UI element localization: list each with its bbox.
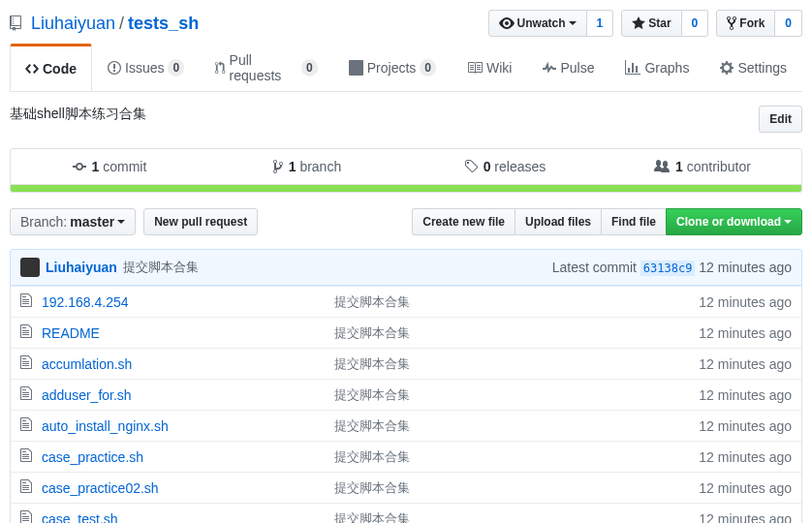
pull-request-icon xyxy=(215,60,225,76)
tab-projects[interactable]: Projects 0 xyxy=(333,45,452,91)
branch-select-button[interactable]: Branch: master xyxy=(10,208,136,235)
file-name-link[interactable]: accumlation.sh xyxy=(42,356,334,372)
tab-settings-label: Settings xyxy=(737,60,787,76)
create-file-button[interactable]: Create new file xyxy=(412,208,515,235)
graph-icon xyxy=(625,60,640,76)
upload-files-button[interactable]: Upload files xyxy=(515,208,601,235)
file-age: 12 minutes ago xyxy=(699,294,792,310)
file-commit-message[interactable]: 提交脚本合集 xyxy=(334,510,699,524)
stat-contributors[interactable]: 1 contributor xyxy=(604,149,801,184)
file-commit-message[interactable]: 提交脚本合集 xyxy=(334,293,699,311)
file-icon xyxy=(20,385,32,404)
latest-commit-label: Latest commit xyxy=(552,260,637,275)
branch-name: master xyxy=(70,212,114,231)
caret-down-icon xyxy=(784,220,792,224)
file-row: adduser_for.sh提交脚本合集12 minutes ago xyxy=(11,379,801,410)
caret-down-icon xyxy=(117,220,125,224)
file-name-link[interactable]: case_test.sh xyxy=(42,511,334,524)
fork-label: Fork xyxy=(739,14,765,33)
project-icon xyxy=(349,60,363,76)
repo-description: 基础shell脚本练习合集 xyxy=(10,106,146,123)
file-name-link[interactable]: 192.168.4.254 xyxy=(42,294,334,310)
file-age: 12 minutes ago xyxy=(699,511,792,524)
pulls-count: 0 xyxy=(301,59,318,77)
commit-sha[interactable]: 63138c9 xyxy=(640,261,696,276)
star-button[interactable]: Star xyxy=(621,10,681,37)
file-commit-message[interactable]: 提交脚本合集 xyxy=(334,417,699,435)
tab-graphs[interactable]: Graphs xyxy=(609,45,704,91)
tag-icon xyxy=(464,159,478,174)
file-name-link[interactable]: auto_install_nginx.sh xyxy=(42,418,334,434)
avatar[interactable] xyxy=(20,258,40,277)
releases-label: releases xyxy=(494,159,546,174)
stat-branches[interactable]: 1 branch xyxy=(208,149,406,184)
projects-count: 0 xyxy=(420,59,436,77)
file-row: auto_install_nginx.sh提交脚本合集12 minutes ag… xyxy=(11,410,801,441)
tab-code[interactable]: Code xyxy=(10,44,92,91)
file-row: case_practice.sh提交脚本合集12 minutes ago xyxy=(11,441,801,472)
repo-link[interactable]: tests_sh xyxy=(128,14,199,34)
file-row: 192.168.4.254提交脚本合集12 minutes ago xyxy=(11,286,801,317)
file-commit-message[interactable]: 提交脚本合集 xyxy=(334,324,699,342)
tab-issues[interactable]: Issues 0 xyxy=(92,45,200,91)
file-age: 12 minutes ago xyxy=(699,387,792,403)
edit-description-button[interactable]: Edit xyxy=(759,106,802,133)
file-name-link[interactable]: README xyxy=(42,325,334,341)
fork-icon xyxy=(727,15,736,31)
stat-releases[interactable]: 0 releases xyxy=(406,149,604,184)
branches-label: branch xyxy=(299,159,341,174)
file-name-link[interactable]: case_practice02.sh xyxy=(42,480,334,496)
unwatch-button[interactable]: Unwatch xyxy=(488,10,587,37)
file-row: README提交脚本合集12 minutes ago xyxy=(11,317,801,348)
commit-age: 12 minutes ago xyxy=(699,260,792,275)
file-commit-message[interactable]: 提交脚本合集 xyxy=(334,355,699,373)
file-row: case_test.sh提交脚本合集12 minutes ago xyxy=(11,503,801,523)
code-icon xyxy=(25,61,39,77)
file-icon xyxy=(20,509,32,523)
star-icon xyxy=(632,15,645,31)
tab-wiki[interactable]: Wiki xyxy=(452,45,527,91)
book-icon xyxy=(467,60,483,76)
tab-code-label: Code xyxy=(43,61,77,77)
clone-download-label: Clone or download xyxy=(676,212,781,231)
file-name-link[interactable]: case_practice.sh xyxy=(42,449,334,465)
clone-download-button[interactable]: Clone or download xyxy=(666,208,802,235)
commit-author[interactable]: Liuhaiyuan xyxy=(46,260,117,275)
file-row: accumlation.sh提交脚本合集12 minutes ago xyxy=(11,348,801,379)
language-color-bar[interactable] xyxy=(10,185,802,193)
file-icon xyxy=(20,478,32,497)
watchers-count[interactable]: 1 xyxy=(587,10,614,37)
tab-projects-label: Projects xyxy=(367,60,417,76)
file-icon xyxy=(20,323,32,342)
branch-icon xyxy=(273,159,283,174)
tab-pulse-label: Pulse xyxy=(560,60,594,76)
file-commit-message[interactable]: 提交脚本合集 xyxy=(334,386,699,404)
new-pull-request-button[interactable]: New pull request xyxy=(143,208,258,235)
forks-count[interactable]: 0 xyxy=(775,10,802,37)
tab-pulls-label: Pull requests xyxy=(230,52,297,83)
file-age: 12 minutes ago xyxy=(699,325,792,341)
file-age: 12 minutes ago xyxy=(699,480,792,496)
tab-wiki-label: Wiki xyxy=(486,60,512,76)
file-age: 12 minutes ago xyxy=(699,449,792,465)
commit-message[interactable]: 提交脚本合集 xyxy=(123,259,199,276)
eye-icon xyxy=(499,15,515,31)
unwatch-label: Unwatch xyxy=(517,14,566,33)
file-commit-message[interactable]: 提交脚本合集 xyxy=(334,479,699,497)
file-age: 12 minutes ago xyxy=(699,418,792,434)
stat-commits[interactable]: 1 commit xyxy=(11,149,208,184)
file-commit-message[interactable]: 提交脚本合集 xyxy=(334,448,699,466)
tab-pulse[interactable]: Pulse xyxy=(527,45,609,91)
find-file-button[interactable]: Find file xyxy=(601,208,666,235)
fork-button[interactable]: Fork xyxy=(716,10,775,37)
file-age: 12 minutes ago xyxy=(699,356,792,372)
stars-count[interactable]: 0 xyxy=(682,10,709,37)
file-icon xyxy=(20,354,32,373)
tab-settings[interactable]: Settings xyxy=(704,45,802,91)
owner-link[interactable]: Liuhaiyuan xyxy=(31,14,115,34)
breadcrumb-sep: / xyxy=(119,14,124,34)
contributors-label: contributor xyxy=(687,159,751,174)
file-name-link[interactable]: adduser_for.sh xyxy=(42,387,334,403)
tab-pulls[interactable]: Pull requests 0 xyxy=(200,45,333,91)
commits-num: 1 xyxy=(92,159,100,174)
